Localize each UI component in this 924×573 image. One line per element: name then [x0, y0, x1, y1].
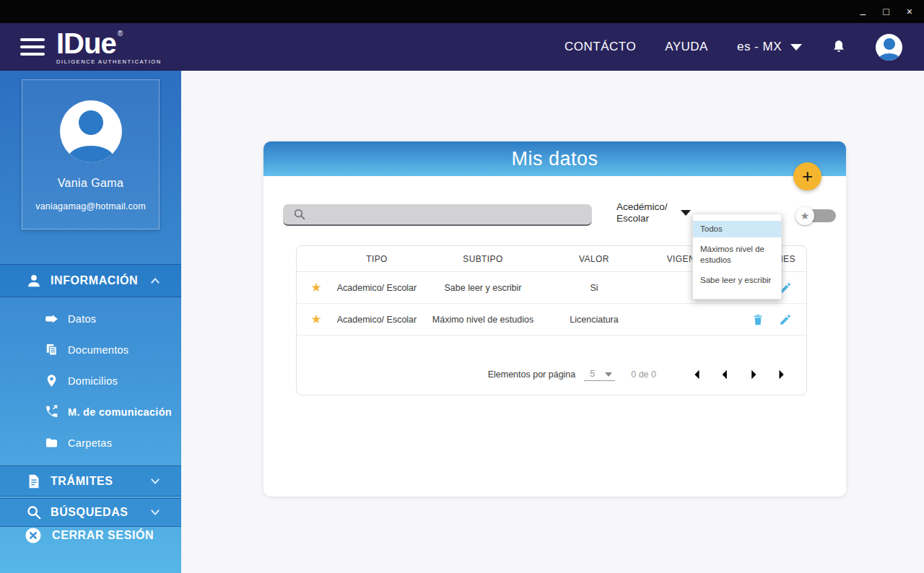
menu-option-todos[interactable]: Todos [693, 221, 781, 237]
chevron-up-icon [149, 276, 161, 285]
app-window: – □ × IDue ® DILIGENCE AUTHENTICATION CO… [0, 0, 924, 573]
informacion-items: Datos Documentos Domicilios [0, 303, 181, 458]
nav-right: CONTÁCTO AYUDA es - MX [565, 23, 902, 71]
maximize-icon[interactable]: □ [883, 6, 889, 17]
favorite-star-icon[interactable]: ★ [297, 312, 336, 327]
logout-label: CERRAR SESIÓN [52, 529, 154, 542]
chevron-down-icon [790, 44, 802, 51]
nav-link-ayuda[interactable]: AYUDA [665, 40, 708, 54]
col-header-tipo: TIPO [336, 254, 418, 264]
sidebar-section-tramites[interactable]: TRÁMITES [0, 465, 181, 497]
page-size-value: 5 [590, 369, 595, 379]
profile-email: vaniagamag@hotmail.com [22, 201, 159, 211]
type-filter-menu: Todos Máximos nivel de estudios Sabe lee… [692, 214, 782, 299]
chevron-down-icon [681, 210, 691, 216]
sidebar-section-informacion[interactable]: INFORMACIÓN [0, 264, 181, 297]
page-size-select[interactable]: 5 [584, 369, 615, 381]
profile-avatar [60, 100, 122, 162]
toggle-knob: ★ [796, 206, 814, 225]
sidebar-item-label: Datos [68, 313, 96, 325]
profile-card: Vania Gama vaniagamag@hotmail.com [22, 79, 160, 229]
language-selector[interactable]: es - MX [737, 40, 802, 54]
card-icon [45, 312, 58, 325]
favorites-toggle[interactable]: ★ [796, 206, 837, 225]
cell-subtipo: Sabe leer y escribir [418, 283, 548, 293]
logo-registered-mark: ® [118, 30, 123, 38]
window-controls: – □ × [860, 0, 912, 23]
sidebar-section-label: INFORMACIÓN [51, 274, 138, 287]
chevron-down-icon [605, 372, 612, 377]
sidebar-item-label: M. de comunicación [68, 406, 172, 418]
notifications-bell-icon[interactable] [831, 38, 847, 56]
cell-tipo: Academico/ Escolar [336, 283, 418, 293]
sidebar-item-domicilios[interactable]: Domicilios [0, 365, 181, 396]
page-title: Mis datos [511, 148, 598, 170]
items-per-page-label: Elementos por página [488, 369, 576, 380]
mis-datos-card: Mis datos + Acedémico/ Escolar [263, 141, 846, 497]
last-page-icon[interactable] [776, 368, 789, 381]
search-icon [26, 504, 42, 520]
close-icon[interactable]: × [907, 6, 912, 17]
table-row: ★ Academico/ Escolar Máximo nivel de est… [297, 304, 806, 336]
logo-title: IDue [56, 29, 116, 58]
type-filter-line2: Escolar [616, 213, 668, 224]
sidebar-item-carpetas[interactable]: Carpetas [0, 427, 181, 458]
page-range-label: 0 de 0 [631, 369, 656, 380]
map-pin-icon [45, 374, 58, 388]
top-navbar: IDue ® DILIGENCE AUTHENTICATION CONTÁCTO… [0, 23, 924, 71]
search-bar [283, 204, 592, 226]
delete-trash-icon[interactable] [751, 313, 764, 326]
col-header-valor: VALOR [548, 254, 640, 264]
search-input[interactable] [306, 204, 592, 224]
star-icon: ★ [801, 211, 810, 221]
person-icon [26, 273, 42, 289]
close-circle-icon [25, 527, 42, 544]
cell-subtipo: Máximo nivel de estudios [418, 315, 548, 325]
sidebar-section-label: BÚSQUEDAS [51, 506, 128, 519]
pagination: Elementos por página 5 0 de 0 [488, 362, 789, 388]
cell-tipo: Academico/ Escolar [336, 315, 418, 325]
sidebar: Vania Gama vaniagamag@hotmail.com INFORM… [0, 71, 181, 573]
menu-option-sabe-leer[interactable]: Sabe leer y escribir [693, 272, 781, 289]
nav-left: IDue ® DILIGENCE AUTHENTICATION [20, 23, 162, 71]
sidebar-item-documentos[interactable]: Documentos [0, 334, 181, 365]
sidebar-item-label: Domicilios [68, 375, 118, 387]
documents-icon [45, 343, 58, 357]
hamburger-menu-icon[interactable] [20, 38, 45, 56]
next-page-icon[interactable] [747, 368, 760, 381]
pagination-nav [689, 368, 789, 381]
cell-valor: Licenciatura [548, 315, 640, 325]
first-page-icon[interactable] [689, 368, 702, 381]
folder-icon [45, 436, 58, 450]
profile-name: Vania Gama [22, 177, 159, 190]
col-header-subtipo: SUBTIPO [418, 254, 548, 264]
file-icon [26, 473, 42, 489]
user-avatar[interactable] [876, 34, 902, 61]
language-label: es - MX [737, 40, 782, 54]
logout-button[interactable]: CERRAR SESIÓN [0, 522, 181, 548]
minimize-icon[interactable]: – [860, 9, 866, 19]
sidebar-item-label: Carpetas [68, 437, 112, 449]
chevron-down-icon [149, 477, 161, 486]
search-icon [293, 208, 306, 221]
main-content: Mis datos + Acedémico/ Escolar [181, 71, 924, 573]
sidebar-item-label: Documentos [68, 344, 128, 356]
add-button[interactable]: + [793, 162, 821, 191]
sidebar-item-datos[interactable]: Datos [0, 303, 181, 334]
titlebar: – □ × [0, 0, 924, 23]
sidebar-section-label: TRÁMITES [51, 475, 113, 488]
cell-valor: Si [548, 283, 640, 293]
logo-subtitle: DILIGENCE AUTHENTICATION [56, 59, 162, 65]
type-filter-select[interactable]: Acedémico/ Escolar [616, 201, 691, 224]
row-actions [737, 313, 806, 326]
sidebar-item-m-de-comunicacion[interactable]: M. de comunicación [0, 396, 181, 427]
menu-option-maximos-nivel[interactable]: Máximos nivel de estudios [693, 241, 781, 268]
type-filter-line1: Acedémico/ [616, 201, 668, 213]
previous-page-icon[interactable] [718, 368, 731, 381]
favorite-star-icon[interactable]: ★ [297, 280, 336, 295]
chevron-down-icon [149, 508, 161, 517]
card-header: Mis datos [263, 141, 846, 176]
app-logo[interactable]: IDue ® DILIGENCE AUTHENTICATION [56, 29, 162, 65]
nav-link-contacto[interactable]: CONTÁCTO [565, 40, 636, 54]
edit-pencil-icon[interactable] [779, 313, 792, 326]
